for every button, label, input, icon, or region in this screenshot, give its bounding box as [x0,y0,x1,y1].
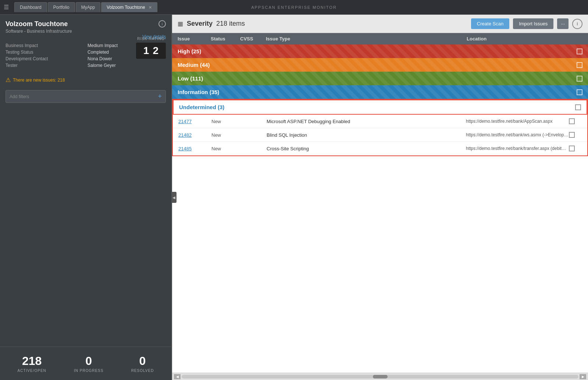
scroll-right-button[interactable]: ▶ [580,374,586,379]
risk-number-1: 1 [143,45,149,57]
stat-resolved: 0 RESOLVED [131,354,154,373]
meta-label-2: Development Contact [6,56,84,61]
low-checkbox[interactable] [577,76,582,82]
table-row: 21482 New Blind SQL Injection https://de… [173,128,587,142]
issue-status-1: New [211,132,241,138]
tab-myapp[interactable]: MyApp [76,2,100,12]
undetermined-label: Undetermined (3) [179,104,224,110]
left-content: Volzoom Touchtone i Software - Business … [0,15,171,347]
info-label: Information (35) [178,89,219,95]
severity-title: Severity [187,20,213,28]
warning-text: There are new issues: 218 [13,78,65,83]
undetermined-checkbox[interactable] [575,104,581,110]
medium-checkbox[interactable] [577,62,582,68]
severity-row-low[interactable]: Low (111) [172,72,588,85]
col-cvss: CVSS [240,36,266,42]
stat-inprogress: 0 IN PROGRESS [74,354,103,373]
severity-row-high[interactable]: High (25) [172,44,588,58]
create-scan-button[interactable]: Create Scan [471,18,509,29]
meta-label-3: Tester [6,63,84,68]
toolbar-info-icon[interactable]: i [572,19,582,29]
main-layout: Volzoom Touchtone i Software - Business … [0,15,588,380]
high-checkbox[interactable] [577,49,582,54]
warning-icon: ⚠ [6,76,11,83]
stat-resolved-label: RESOLVED [131,369,154,373]
issue-type-0: Microsoft ASP.NET Debugging Enabled [267,119,466,124]
filter-bar[interactable]: Add filters + [6,90,166,103]
scroll-left-button[interactable]: ◀ [174,374,181,379]
severity-row-undetermined[interactable]: Undetermined (3) [173,100,587,115]
meta-label-1: Testing Status [6,50,84,55]
col-checkbox-header [570,36,582,42]
col-issue-type: Issue Type [266,36,467,42]
issue-status-0: New [211,119,241,124]
top-bar: ☰ Dashboard Portfolio MyApp Volzoom Touc… [0,0,588,15]
app-info-icon[interactable]: i [158,20,166,28]
low-label: Low (111) [178,75,203,82]
filter-placeholder: Add filters [10,94,29,99]
table-icon: ▦ [178,20,183,27]
tab-volzoom[interactable]: Volzoom Touchtone ✕ [101,2,157,12]
import-issues-button[interactable]: Import Issues [513,18,553,29]
severity-row-medium[interactable]: Medium (44) [172,58,588,72]
stat-resolved-number: 0 [131,354,154,368]
info-checkbox[interactable] [577,89,582,95]
right-panel: ▦ Severity 218 items Create Scan Import … [172,15,588,380]
collapse-arrow[interactable]: ◀ [171,192,177,203]
issue-type-2: Cross-Site Scripting [267,146,466,151]
issue-status-2: New [211,146,241,151]
col-issue: Issue [178,36,211,42]
left-panel: Volzoom Touchtone i Software - Business … [0,15,172,380]
meta-value-3: Salome Geyer [88,63,166,68]
items-count: 218 items [216,20,245,28]
app-subtitle: Software - Business Infrastructure [6,29,166,34]
meta-label-0: Business Impact [6,43,84,48]
risk-numbers: 1 2 [136,43,166,59]
more-options-button[interactable]: ··· [557,18,569,29]
tab-dashboard[interactable]: Dashboard [14,2,47,12]
risk-rating-label: RISK RATING [136,37,166,41]
issues-body: High (25) Medium (44) Low (111) Informat… [172,44,588,373]
scroll-track[interactable] [182,375,578,379]
severity-row-info[interactable]: Information (35) [172,85,588,99]
filter-plus-icon[interactable]: + [158,93,162,100]
table-row: 21477 New Microsoft ASP.NET Debugging En… [173,115,587,128]
issue-id-0[interactable]: 21477 [178,119,211,124]
issue-location-0: https://demo.testfire.net/bank/AppScan.a… [466,119,569,124]
issues-toolbar: ▦ Severity 218 items Create Scan Import … [172,15,588,33]
risk-rating-section: RISK RATING 1 2 [136,37,166,59]
risk-number-2: 2 [153,45,158,57]
issue-checkbox-1[interactable] [569,132,575,138]
app-title: APPSCAN ENTERPRISE MONITOR [251,5,337,10]
issue-type-1: Blind SQL Injection [267,132,466,138]
tab-portfolio[interactable]: Portfolio [48,2,75,12]
stat-inprogress-label: IN PROGRESS [74,369,103,373]
col-location: Location [467,36,570,42]
bottom-scrollbar: ◀ ▶ [172,373,588,380]
issue-location-2: https://demo.testfire.net/bank/transfer.… [466,146,569,151]
col-status: Status [211,36,240,42]
close-tab-icon[interactable]: ✕ [149,5,152,10]
hamburger-menu[interactable]: ☰ [4,4,9,11]
bottom-stats: 218 ACTIVE/OPEN 0 IN PROGRESS 0 RESOLVED [0,347,171,380]
table-row: 21485 New Cross-Site Scripting https://d… [173,142,587,155]
warning-bar: ⚠ There are new issues: 218 [6,74,166,86]
scroll-thumb [373,375,388,379]
stat-active: 218 ACTIVE/OPEN [18,354,46,373]
stat-active-label: ACTIVE/OPEN [18,369,46,373]
issue-id-2[interactable]: 21485 [178,146,211,151]
stat-inprogress-number: 0 [74,354,103,368]
app-name-row: Volzoom Touchtone i [6,20,166,28]
table-header: Issue Status CVSS Issue Type Location [172,33,588,44]
issue-id-1[interactable]: 21482 [178,132,211,138]
stat-active-number: 218 [18,354,46,368]
medium-label: Medium (44) [178,62,210,68]
tab-bar: Dashboard Portfolio MyApp Volzoom Toucht… [14,2,157,12]
issue-checkbox-0[interactable] [569,118,575,124]
high-label: High (25) [178,48,201,54]
app-name: Volzoom Touchtone [6,20,68,28]
issue-checkbox-2[interactable] [569,146,575,151]
undetermined-section: Undetermined (3) 21477 New Microsoft ASP… [172,99,588,156]
issue-location-1: https://demo.testfire.net/bank/ws.asmx (… [466,132,569,137]
